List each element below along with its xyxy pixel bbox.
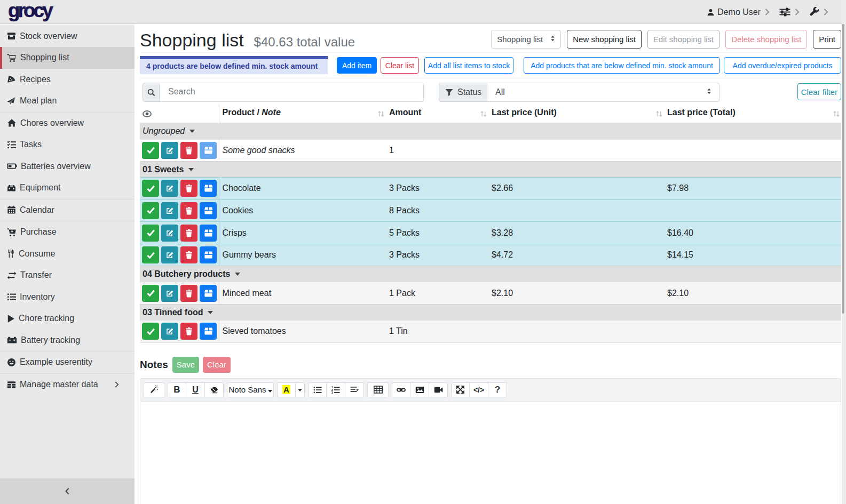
svg-text:3: 3: [331, 390, 333, 394]
